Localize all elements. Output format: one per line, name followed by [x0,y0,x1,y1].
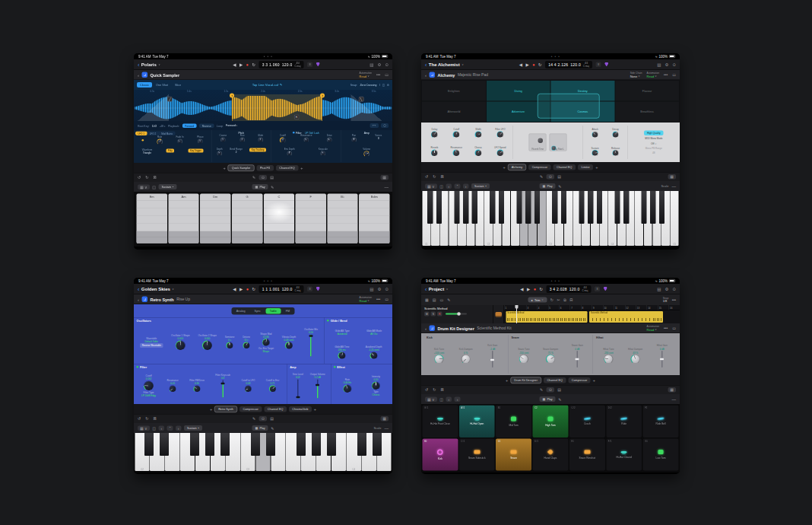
keyboard-mode-icon[interactable]: ▦ ∨ [425,183,437,189]
knob-ring[interactable] [227,342,233,349]
resonance-knob[interactable]: Resonance [451,147,462,157]
chord-row-low[interactable] [327,237,357,243]
piano-black-key[interactable] [266,433,275,456]
fine-knob[interactable]: Fine [239,135,245,143]
chord-strip[interactable]: B♭ [327,194,357,244]
piano-black-key[interactable] [373,433,382,456]
split-keyboard-icon[interactable]: ◫ [439,184,443,189]
count-in-icon[interactable]: ≡ [307,62,312,68]
piano-black-key[interactable] [561,191,566,224]
slider-track[interactable] [297,380,299,399]
slider-track[interactable] [222,380,224,398]
attack-knob[interactable]: Attack [592,129,598,138]
resonance-knob[interactable]: Resonance [300,135,312,143]
chord-row-low[interactable] [296,231,326,237]
drum-pad[interactable]: C#2Crash [569,406,605,438]
chord-row-low[interactable] [359,231,389,237]
delete-icon[interactable]: ⊠ [153,417,156,422]
back-chevron[interactable]: ‹ [138,72,139,78]
redo-icon[interactable]: ↻ [433,175,436,180]
compare-icon[interactable]: ▤ [557,175,561,180]
knob-ring[interactable] [431,131,438,138]
chord-strip[interactable]: Dm [200,194,230,244]
chord-strip[interactable]: F [296,194,326,244]
piano-black-key[interactable] [427,191,433,224]
count-in-icon[interactable]: ≡ [307,287,312,292]
power-toggle-icon[interactable]: ⊙ [547,174,554,180]
project-title[interactable]: Polaris [141,62,157,67]
sustain-button[interactable]: Sustain▪ [471,183,490,189]
chord-row[interactable] [200,208,230,216]
transform-cell[interactable]: Enlighten [422,81,486,101]
play-icon[interactable]: ▶ [525,62,528,68]
plectrum-icon[interactable] [604,287,607,291]
lcd-display[interactable]: 3 3 1.060120.04/4C maj [259,61,304,68]
effect-power-led[interactable] [334,366,336,368]
knob-ring[interactable] [304,138,309,143]
oscillator-2-shape-knob[interactable]: Oscillator 2 Shape0.000 [198,334,217,350]
glide-mode-select[interactable]: Glide/AB ModeAll Osc [366,329,382,335]
loop-tool-icon[interactable]: ↻ [550,298,553,302]
knob-ring[interactable] [604,355,613,364]
knob-ring[interactable] [475,131,482,138]
slider-thumb[interactable] [490,359,494,361]
drum-pad[interactable]: A#1Hi-Hat Open [459,406,495,438]
pencil-icon[interactable]: ✎ [558,397,561,402]
transform-cell[interactable]: Breathless [615,102,679,123]
rewind-icon[interactable]: ◀ [233,62,236,68]
chord-row-low[interactable] [200,237,230,243]
knob-ring[interactable] [592,150,598,157]
back-chevron[interactable]: ‹ [425,72,427,78]
coarse-knob[interactable]: Coarse [220,135,227,143]
back-chevron[interactable]: ‹ [138,297,139,302]
power-icon[interactable] [430,326,436,332]
glide-ab-time-knob[interactable]: Glide/AB Time280 ms [335,345,349,359]
back-chevron[interactable]: ‹ [138,62,139,67]
piano-black-key[interactable] [534,191,540,224]
piano-black-key[interactable] [641,191,646,224]
chain-plugin[interactable]: Channel EQ [544,377,566,383]
ibeam-icon[interactable]: Ⅰ [379,84,380,87]
waveform-select[interactable]: WaveformTriangle [142,148,153,154]
chord-row[interactable] [264,208,294,216]
env-target-value[interactable]: Shape [263,350,270,352]
automation-control[interactable]: AutomationRead∨ [647,325,659,332]
piano-black-key[interactable] [463,191,468,224]
chord-row-low[interactable] [264,237,294,243]
knob-ring[interactable] [496,131,503,138]
piano-black-key[interactable] [357,433,366,456]
chord-row[interactable] [168,224,198,231]
high-quality-button[interactable]: High Quality [644,130,664,135]
knob-ring[interactable] [431,150,438,157]
more-icon[interactable]: ••• [672,298,676,302]
knob-ring[interactable] [351,138,357,143]
pan-knob[interactable]: Pan [351,135,357,143]
knob-ring[interactable] [280,138,286,144]
piano-black-key[interactable] [454,191,459,224]
cell-icon[interactable]: ▭ [439,298,443,302]
back-chevron[interactable]: ‹ [425,286,427,291]
redo-icon[interactable]: ↻ [433,388,436,393]
keyboard-mode-icon[interactable]: ▦ ∨ [138,425,150,431]
piano-black-key[interactable] [597,191,602,224]
octave-right-button[interactable]: › [455,396,461,402]
collapse-icon[interactable]: ▭ [385,297,389,301]
knob-ring[interactable] [258,138,263,143]
drum-pad[interactable]: D#1Hand Claps [533,438,569,470]
slider-track[interactable] [576,351,578,368]
chord-row[interactable] [296,216,326,224]
knob-ring[interactable] [285,342,293,349]
lfo-tab[interactable]: Mod Matrix [159,132,176,136]
slider-track[interactable] [661,351,663,368]
rewind-icon[interactable]: ◀ [520,287,523,292]
compare-icon[interactable]: ▤ [557,388,561,393]
kick-dampen-knob[interactable]: Kick Dampen0 % [459,348,473,364]
split-tool-icon[interactable]: ✂ [557,298,560,302]
split-keyboard-icon[interactable]: ◫ [152,426,156,431]
piano-black-key[interactable] [327,433,336,456]
add-plugin-button[interactable]: + [506,378,508,383]
chain-plugin[interactable]: Compressor [239,406,262,412]
volume-thumb[interactable] [457,312,461,316]
anchor-marker[interactable]: ✕ [294,115,300,120]
lcd-display[interactable]: 14 4 2.126120.04/4C maj [545,61,592,68]
